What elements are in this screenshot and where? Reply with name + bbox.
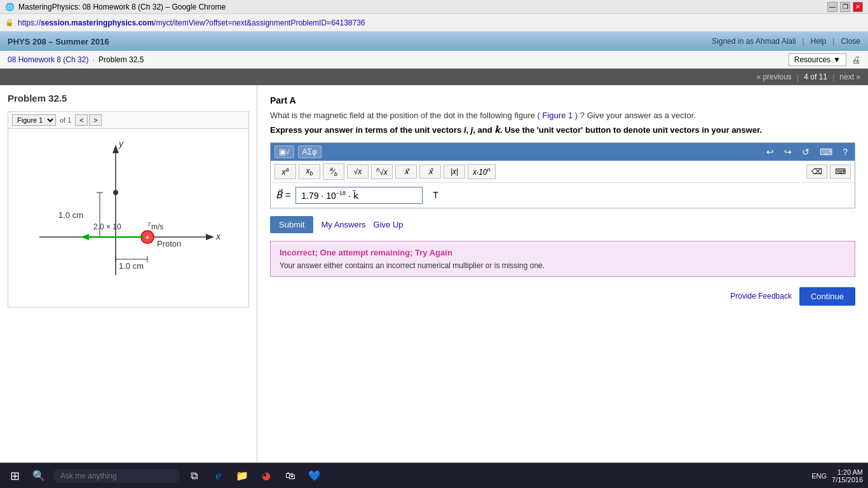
resources-button[interactable]: Resources ▼ (789, 53, 846, 66)
figure-next-button[interactable]: > (89, 114, 102, 126)
clock: 1:20 AM 7/15/2016 (832, 468, 863, 484)
start-button[interactable]: ⊞ (5, 466, 25, 485)
bottom-action-row: Provide Feedback Continue (270, 287, 855, 306)
delete-button[interactable]: ⌫ (806, 165, 827, 179)
figure-1-link[interactable]: Figure 1 (543, 111, 573, 120)
figure-navigation: < > (75, 114, 102, 126)
fraction-button[interactable]: a⁄b (323, 163, 344, 180)
ssl-lock-icon: 🔒 (5, 18, 14, 27)
vector-button[interactable]: x⃗ (395, 165, 417, 179)
next-nav-link[interactable]: next » (839, 72, 860, 81)
svg-point-6 (113, 190, 118, 195)
show-keyboard-button[interactable]: ⌨ (830, 165, 851, 179)
current-page-indicator: 4 of 11 (804, 72, 827, 81)
breadcrumb: 08 Homework 8 (Ch 32) › Problem 32.5 (8, 55, 144, 64)
taskbar-search-input[interactable] (53, 469, 180, 483)
svg-text:7: 7 (147, 221, 151, 227)
coordinate-diagram: y x 1.0 cm + 2.0 (20, 135, 236, 301)
lang-indicator: ENG (811, 472, 827, 480)
svg-text:1.0 cm: 1.0 cm (58, 210, 83, 220)
keyboard-icon[interactable]: ⌨ (817, 146, 836, 158)
give-up-link[interactable]: Give Up (374, 220, 403, 229)
breadcrumb-chevron-icon: › (92, 56, 95, 64)
browser-favicon: 🌐 (5, 3, 15, 11)
close-button[interactable]: ✕ (853, 2, 863, 12)
part-label: Part A (270, 95, 855, 105)
help-icon[interactable]: ? (839, 146, 851, 158)
nav-divider: | (797, 72, 799, 82)
superscript-button[interactable]: xa (275, 164, 296, 179)
svg-marker-3 (206, 234, 214, 240)
math-label: B⃗ = (276, 189, 290, 201)
close-link[interactable]: Close (841, 37, 860, 46)
maximize-button[interactable]: ❐ (840, 2, 850, 12)
question-text: What is the magnetic field at the positi… (270, 111, 855, 120)
taskbar-search-icon: 🔍 (29, 466, 49, 486)
absolute-button[interactable]: |x| (444, 165, 465, 179)
subscript-button[interactable]: xb (299, 164, 320, 179)
address-bar: 🔒 https://session.masteringphysics.com/m… (0, 14, 868, 32)
course-links: Signed in as Ahmad Alali | Help | Close (712, 37, 860, 46)
explorer-icon[interactable]: 📁 (232, 466, 252, 486)
undo-icon[interactable]: ↩ (763, 146, 777, 158)
scientific-notation-button[interactable]: x·10n (468, 164, 496, 179)
right-panel: Part A What is the magnetic field at the… (257, 85, 868, 463)
homework-breadcrumb-link[interactable]: 08 Homework 8 (Ch 32) (8, 55, 88, 64)
title-bar: 🌐 MasteringPhysics: 08 Homework 8 (Ch 32… (0, 0, 868, 14)
previous-nav-link[interactable]: « previous (756, 72, 791, 81)
redo-icon[interactable]: ↪ (781, 146, 795, 158)
help-link[interactable]: Help (811, 37, 827, 46)
math-toolbar: ▣√ AΣφ ↩ ↪ ↺ ⌨ ? (271, 143, 855, 161)
url-display[interactable]: https://session.masteringphysics.com/myc… (18, 18, 365, 27)
problem-title: Problem 32.5 (8, 93, 249, 104)
nav-bar: « previous | 4 of 11 | next » (0, 69, 868, 85)
task-view-button[interactable]: ⧉ (184, 466, 204, 486)
feedback-box: Incorrect; One attempt remaining; Try Ag… (270, 241, 855, 277)
minimize-button[interactable]: — (827, 2, 837, 12)
feedback-title: Incorrect; One attempt remaining; Try Ag… (280, 248, 846, 257)
chrome-icon[interactable]: ◕ (256, 466, 276, 486)
my-answers-link[interactable]: My Answers (321, 220, 365, 229)
breadcrumb-right: Resources ▼ 🖨 (789, 53, 860, 66)
store-icon[interactable]: 🛍 (280, 466, 301, 486)
continue-button[interactable]: Continue (799, 287, 855, 306)
title-bar-text: MasteringPhysics: 08 Homework 8 (Ch 32) … (18, 3, 226, 11)
course-title: PHYS 208 – Summer 2016 (8, 37, 109, 46)
submit-row: Submit My Answers Give Up (270, 216, 855, 233)
svg-text:x: x (215, 231, 221, 241)
course-header: PHYS 208 – Summer 2016 Signed in as Ahma… (0, 32, 868, 51)
main-content: Problem 32.5 Figure 1 of 1 < > (0, 85, 868, 463)
unitvector-button[interactable]: x̂ (419, 165, 441, 179)
svg-marker-14 (81, 234, 89, 240)
math-input-row: B⃗ = 1.79 · 10−18 · k̂ T (271, 183, 855, 208)
refresh-icon[interactable]: ↺ (799, 146, 813, 158)
svg-text:Proton: Proton (157, 239, 181, 248)
signed-in-text: Signed in as Ahmad Alali (712, 37, 796, 46)
matrix-button[interactable]: ▣√ (275, 146, 294, 158)
taskbar: ⊞ 🔍 ⧉ ℯ 📁 ◕ 🛍 💙 ENG 1:20 AM 7/15/2016 (0, 463, 868, 488)
print-button[interactable]: 🖨 (851, 55, 860, 65)
nav-divider-2: | (832, 72, 834, 82)
edge-icon[interactable]: ℯ (208, 466, 228, 486)
left-panel: Problem 32.5 Figure 1 of 1 < > (0, 85, 257, 463)
math-input-container: ▣√ AΣφ ↩ ↪ ↺ ⌨ ? xa xb a⁄b √x n√x x⃗ x̂ … (270, 142, 855, 208)
unit-label: T (433, 190, 438, 200)
svg-text:m/s: m/s (151, 222, 163, 231)
current-problem-breadcrumb: Problem 32.5 (98, 55, 144, 64)
svg-text:1.0 cm: 1.0 cm (119, 261, 144, 271)
resources-dropdown-icon: ▼ (833, 55, 841, 64)
provide-feedback-link[interactable]: Provide Feedback (730, 292, 792, 301)
app-icon-6[interactable]: 💙 (304, 466, 325, 486)
submit-button[interactable]: Submit (270, 216, 313, 233)
svg-text:2.0 × 10: 2.0 × 10 (93, 222, 121, 231)
symbol-button[interactable]: AΣφ (298, 146, 322, 158)
figure-prev-button[interactable]: < (75, 114, 88, 126)
breadcrumb-bar: 08 Homework 8 (Ch 32) › Problem 32.5 Res… (0, 51, 868, 69)
svg-text:+: + (146, 233, 149, 241)
math-answer-field[interactable]: 1.79 · 10−18 · k̂ (295, 187, 423, 204)
figure-of-label: of 1 (60, 116, 71, 124)
figure-select[interactable]: Figure 1 (12, 114, 56, 126)
nthroot-button[interactable]: n√x (371, 164, 393, 179)
sqrt-button[interactable]: √x (347, 165, 369, 179)
math-symbols-row: xa xb a⁄b √x n√x x⃗ x̂ |x| x·10n ⌫ ⌨ (271, 161, 855, 183)
